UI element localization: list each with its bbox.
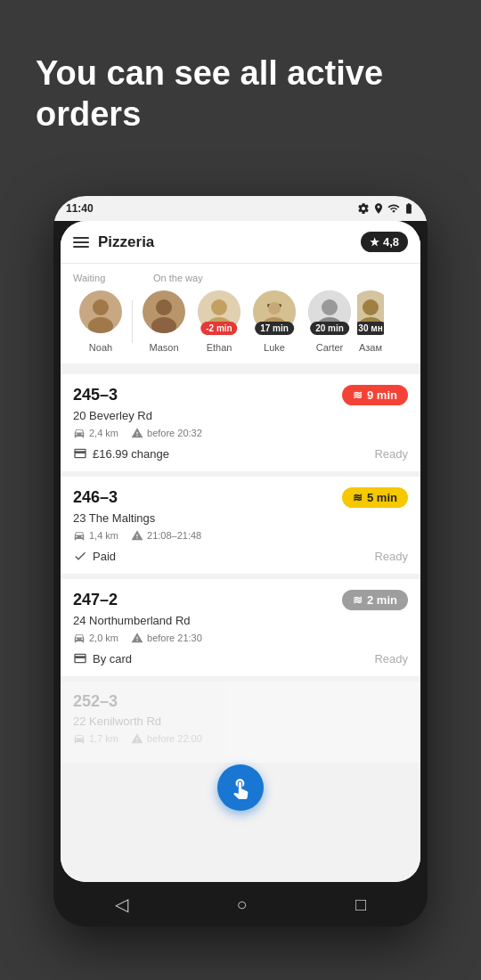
payment-text-245: £16.99 change bbox=[93, 447, 169, 461]
fab-button[interactable] bbox=[217, 764, 264, 811]
order-number-252: 252–3 bbox=[73, 692, 118, 711]
order-row1-245: 245–3 ≋ 9 min bbox=[73, 385, 408, 405]
order-footer-246: Paid Ready bbox=[73, 549, 408, 563]
gear-icon bbox=[357, 202, 370, 215]
courier-badge-luke: 17 min bbox=[255, 322, 294, 335]
order-meta-246: 1,4 km 21:08–21:48 bbox=[73, 529, 408, 542]
time-badge-text-247: 2 min bbox=[367, 593, 397, 607]
warning-icon-252 bbox=[131, 732, 143, 745]
heat-icon-247: ≋ bbox=[353, 593, 363, 607]
status-bar: 11:40 bbox=[53, 196, 428, 221]
courier-azam[interactable]: 30 мн Азам bbox=[357, 290, 384, 353]
order-row1-247: 247–2 ≋ 2 min bbox=[73, 590, 408, 610]
courier-labels: Waiting On the way bbox=[73, 273, 408, 283]
payment-245: £16.99 change bbox=[73, 446, 169, 461]
app-header: Pizzeria ★ 4,8 bbox=[61, 221, 420, 264]
time-badge-text-246: 5 min bbox=[367, 491, 397, 504]
warning-icon-246 bbox=[131, 529, 143, 542]
courier-name-carter: Carter bbox=[316, 342, 344, 353]
header-left: Pizzeria bbox=[73, 233, 154, 251]
back-button[interactable]: ◁ bbox=[115, 894, 128, 915]
courier-avatar-wrap-azam: 30 мн bbox=[357, 290, 384, 333]
distance-247: 2,0 km bbox=[73, 632, 118, 644]
car-icon-246 bbox=[73, 529, 86, 542]
home-button[interactable]: ○ bbox=[236, 894, 247, 915]
svg-point-11 bbox=[268, 302, 281, 314]
rating-badge: ★ 4,8 bbox=[361, 232, 408, 252]
order-row1-252: 252–3 bbox=[73, 692, 408, 711]
card-icon-247 bbox=[73, 651, 87, 666]
svg-point-4 bbox=[156, 299, 172, 315]
car-icon-252 bbox=[73, 732, 86, 745]
order-meta-252: 1,7 km before 22:00 bbox=[73, 732, 408, 745]
label-onway: On the way bbox=[153, 273, 203, 283]
order-meta-247: 2,0 km before 21:30 bbox=[73, 632, 408, 644]
payment-246: Paid bbox=[73, 549, 116, 563]
order-card-247[interactable]: 247–2 ≋ 2 min 24 Northumberland Rd 2,0 k… bbox=[61, 579, 420, 676]
ready-label-245: Ready bbox=[374, 447, 408, 461]
order-row1-246: 246–3 ≋ 5 min bbox=[73, 487, 408, 508]
time-range-text-252: before 22:00 bbox=[147, 733, 202, 744]
courier-avatar-wrap-noah bbox=[79, 290, 122, 333]
label-waiting: Waiting bbox=[73, 273, 153, 283]
couriers-section: Waiting On the way Noah bbox=[61, 264, 420, 369]
order-address-245: 20 Beverley Rd bbox=[73, 409, 408, 422]
courier-name-ethan: Ethan bbox=[207, 342, 232, 353]
distance-text-245: 2,4 km bbox=[89, 428, 118, 438]
payment-text-246: Paid bbox=[93, 550, 116, 563]
courier-noah[interactable]: Noah bbox=[73, 290, 128, 353]
svg-point-7 bbox=[211, 299, 227, 315]
time-range-252: before 22:00 bbox=[131, 732, 202, 745]
order-card-245[interactable]: 245–3 ≋ 9 min 20 Beverley Rd 2,4 km befo… bbox=[61, 374, 420, 471]
courier-name-azam: Азам bbox=[359, 342, 382, 353]
order-number-245: 245–3 bbox=[73, 386, 118, 404]
courier-badge-azam: 30 мн bbox=[357, 322, 384, 335]
svg-point-14 bbox=[322, 299, 338, 315]
distance-text-247: 2,0 km bbox=[89, 633, 118, 643]
heat-icon-245: ≋ bbox=[353, 388, 363, 402]
courier-avatar-wrap-luke: 17 min bbox=[253, 290, 296, 333]
order-address-252: 22 Kenilworth Rd bbox=[73, 715, 408, 728]
ready-label-246: Ready bbox=[374, 550, 408, 563]
car-icon-245 bbox=[73, 427, 86, 439]
time-badge-247: ≋ 2 min bbox=[342, 590, 408, 610]
distance-text-252: 1,7 km bbox=[89, 733, 118, 744]
battery-icon bbox=[403, 202, 415, 215]
warning-icon-245 bbox=[131, 427, 143, 439]
time-badge-246: ≋ 5 min bbox=[342, 487, 408, 508]
distance-252: 1,7 km bbox=[73, 732, 118, 745]
hero-text: You can see all active orders bbox=[36, 53, 445, 135]
time-range-246: 21:08–21:48 bbox=[131, 529, 201, 542]
location-icon bbox=[372, 202, 385, 215]
courier-name-mason: Mason bbox=[149, 342, 178, 353]
wifi-icon bbox=[387, 202, 400, 215]
order-card-246[interactable]: 246–3 ≋ 5 min 23 The Maltings 1,4 km 21:… bbox=[61, 477, 420, 574]
app-title: Pizzeria bbox=[98, 233, 154, 251]
courier-badge-ethan: -2 min bbox=[200, 322, 237, 335]
menu-button[interactable] bbox=[73, 237, 89, 248]
time-range-text-247: before 21:30 bbox=[147, 633, 202, 643]
car-icon-247 bbox=[73, 632, 86, 644]
time-range-247: before 21:30 bbox=[131, 632, 202, 644]
courier-mason[interactable]: Mason bbox=[136, 290, 192, 353]
heat-icon-246: ≋ bbox=[353, 491, 363, 504]
svg-point-1 bbox=[93, 299, 109, 315]
order-card-252[interactable]: 252–3 22 Kenilworth Rd 1,7 km before 22:… bbox=[61, 682, 420, 763]
cash-icon-245 bbox=[73, 446, 87, 461]
order-number-246: 246–3 bbox=[73, 488, 118, 507]
warning-icon-247 bbox=[131, 632, 143, 644]
courier-name-noah: Noah bbox=[89, 342, 112, 353]
waiting-onway-divider bbox=[132, 300, 133, 343]
courier-luke[interactable]: 17 min Luke bbox=[247, 290, 302, 353]
courier-ethan[interactable]: -2 min Ethan bbox=[192, 290, 247, 353]
recents-button[interactable]: □ bbox=[355, 894, 366, 915]
courier-carter[interactable]: 20 min Carter bbox=[302, 290, 357, 353]
courier-avatar-wrap-carter: 20 min bbox=[308, 290, 351, 333]
order-meta-245: 2,4 km before 20:32 bbox=[73, 427, 408, 439]
hand-icon bbox=[229, 776, 252, 799]
svg-point-17 bbox=[363, 299, 379, 315]
star-icon: ★ bbox=[370, 236, 379, 249]
courier-avatar-wrap-ethan: -2 min bbox=[198, 290, 240, 333]
time-range-245: before 20:32 bbox=[131, 427, 202, 439]
couriers-row: Noah Mason bbox=[73, 290, 408, 353]
